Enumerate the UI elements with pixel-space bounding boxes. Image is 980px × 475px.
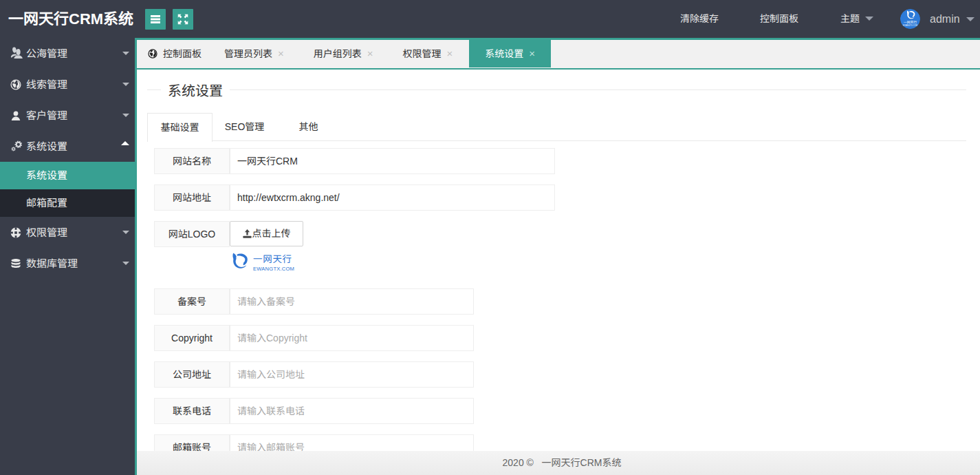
svg-text:EWANGTX.COM: EWANGTX.COM xyxy=(253,266,294,272)
svg-text:一网天行: 一网天行 xyxy=(253,253,292,265)
svg-text:一网天行: 一网天行 xyxy=(904,19,917,24)
svg-text:EWANGTX.COM: EWANGTX.COM xyxy=(903,24,918,27)
